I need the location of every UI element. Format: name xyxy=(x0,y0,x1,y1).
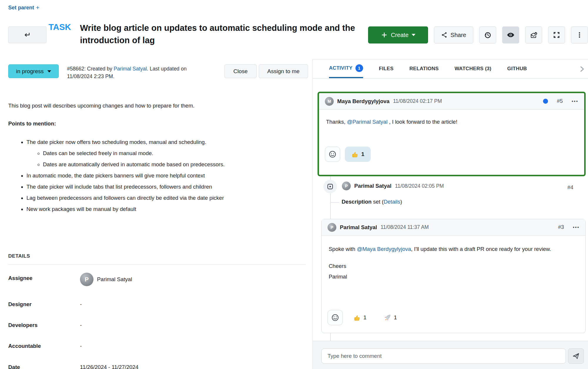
developers-value[interactable]: - xyxy=(80,322,82,328)
share-icon xyxy=(441,32,447,38)
description-sub-bullet: Dates can be selected freely in manual m… xyxy=(43,149,302,157)
description-bullet: The date picker now offers two schedulin… xyxy=(26,138,302,169)
expand-icon xyxy=(553,31,560,39)
tab-relations[interactable]: RELATIONS xyxy=(410,59,439,78)
avatar: P xyxy=(342,182,351,190)
kebab-menu-icon xyxy=(576,31,583,38)
send-icon xyxy=(572,352,580,360)
tab-activity[interactable]: ACTIVITY 1 xyxy=(329,59,363,78)
change-event-icon xyxy=(326,183,334,190)
designer-label: Designer xyxy=(8,301,31,308)
assignee-name: Parimal Satyal xyxy=(97,276,132,283)
activity-count-badge: 1 xyxy=(355,64,363,72)
work-package-type[interactable]: TASK xyxy=(49,22,71,32)
comment-text: Thanks, @Parimal Satyal , I look forward… xyxy=(326,118,577,126)
designer-value[interactable]: - xyxy=(80,301,82,308)
watch-button[interactable] xyxy=(502,26,519,43)
thumbs-up-icon xyxy=(351,151,359,158)
back-button[interactable] xyxy=(8,26,46,43)
reactions-row: 1 xyxy=(325,147,371,162)
status-dropdown[interactable]: in progress xyxy=(8,64,59,78)
set-parent-link[interactable]: Set parent + xyxy=(8,4,39,11)
developers-label: Developers xyxy=(8,322,38,328)
details-divider xyxy=(8,264,306,265)
comment-timestamp: 11/08/2024 11:37 AM xyxy=(381,224,429,230)
comment-menu-button[interactable]: ••• xyxy=(572,99,578,104)
more-options-button[interactable] xyxy=(571,26,588,43)
mark-notifications-read-button[interactable] xyxy=(525,26,542,43)
comment-author: Maya Berdygylyjova xyxy=(337,98,390,105)
share-button-label: Share xyxy=(450,32,466,38)
mention-link[interactable]: @Maya Berdygylyjova xyxy=(357,246,411,252)
reactions-row: 1 1 xyxy=(328,310,399,325)
reaction-count: 1 xyxy=(394,312,397,323)
plus-icon: + xyxy=(36,4,39,11)
comment-input[interactable] xyxy=(321,348,566,364)
smiley-icon xyxy=(328,150,337,158)
comment-menu-button[interactable]: ••• xyxy=(573,225,579,230)
thumbs-up-reaction-chip[interactable]: 1 xyxy=(345,147,371,162)
page-title[interactable]: Write blog article on updates to automat… xyxy=(80,22,364,46)
history-icon xyxy=(484,31,492,39)
comment-header: P Parimal Satyal 11/08/2024 11:37 AM #3 … xyxy=(322,219,585,236)
plus-icon xyxy=(381,31,388,38)
share-button[interactable]: Share xyxy=(434,26,473,43)
back-arrow-icon xyxy=(23,31,32,39)
status-label: in progress xyxy=(16,68,44,75)
description-bullet: New work packages will be manual by defa… xyxy=(26,205,302,213)
close-button[interactable]: Close xyxy=(224,64,257,78)
comment-signoff: CheersParimal xyxy=(329,261,578,282)
chevron-right-icon xyxy=(578,65,586,73)
comment-number: #5 xyxy=(557,98,563,104)
reaction-count: 1 xyxy=(361,150,365,158)
add-reaction-button[interactable] xyxy=(328,310,343,325)
description-bullet: The date picker will include tabs that l… xyxy=(26,183,302,191)
add-reaction-button[interactable] xyxy=(325,147,340,162)
chevron-down-icon xyxy=(47,70,51,73)
description-editable-area[interactable]: This blog post will describes upcoming c… xyxy=(8,102,302,216)
details-heading: DETAILS xyxy=(8,253,30,259)
accountable-label: Accountable xyxy=(8,343,41,349)
reaction-count: 1 xyxy=(363,312,367,323)
event-connector-line xyxy=(330,202,339,203)
tab-watchers[interactable]: WATCHERS (3) xyxy=(455,59,491,78)
comment-author: Parimal Satyal xyxy=(340,224,377,231)
history-button[interactable] xyxy=(479,26,496,43)
assign-to-me-button[interactable]: Assign to me xyxy=(259,64,308,78)
avatar: P xyxy=(328,223,336,232)
avatar: P xyxy=(80,273,93,286)
create-button[interactable]: Create xyxy=(368,26,428,43)
rocket-icon xyxy=(384,314,391,321)
rocket-reaction-chip[interactable]: 1 xyxy=(382,310,399,325)
accountable-value[interactable]: - xyxy=(80,343,82,349)
assignee-value[interactable]: P Parimal Satyal xyxy=(80,273,132,286)
event-number: #4 xyxy=(567,184,573,191)
tab-files[interactable]: FILES xyxy=(379,59,394,78)
work-package-page: Set parent + TASK Write blog article on … xyxy=(0,0,588,369)
chevron-down-icon xyxy=(412,34,415,36)
event-author: Parimal Satyal xyxy=(354,183,392,189)
tabs-scroll-right-button[interactable] xyxy=(578,65,586,73)
creator-link[interactable]: Parimal Satyal xyxy=(114,66,147,72)
smiley-icon xyxy=(331,313,339,322)
event-change-text: Description set (Details) xyxy=(342,199,402,205)
tab-bar: ACTIVITY 1 FILES RELATIONS WATCHERS (3) … xyxy=(313,59,588,78)
pane-divider xyxy=(313,59,313,369)
set-parent-label: Set parent xyxy=(8,5,34,11)
date-label: Date xyxy=(8,364,20,369)
date-value[interactable]: 11/26/2024 - 11/27/2024 xyxy=(80,364,138,369)
change-event-icon-wrap xyxy=(323,180,337,193)
details-link[interactable]: Details xyxy=(384,199,400,205)
tab-github[interactable]: GITHUB xyxy=(507,59,527,78)
assignee-label: Assignee xyxy=(8,275,32,281)
comment-text: Spoke with @Maya Berdygylyjova, I'll upd… xyxy=(329,244,578,254)
fullscreen-button[interactable] xyxy=(548,26,565,43)
description-bullet: Lag between predecessors and followers c… xyxy=(26,194,302,202)
send-comment-button[interactable] xyxy=(568,348,584,364)
thumbs-up-reaction-chip[interactable]: 1 xyxy=(352,310,368,325)
comment-header: M Maya Berdygylyjova 11/08/2024 02:17 PM… xyxy=(319,93,584,110)
comment-3-card: P Parimal Satyal 11/08/2024 11:37 AM #3 … xyxy=(321,219,586,333)
description-sub-bullet: Dates are automatically derived in autom… xyxy=(43,160,302,169)
work-package-meta: #58662: Created by Parimal Satyal. Last … xyxy=(67,65,198,80)
mention-link[interactable]: @Parimal Satyal xyxy=(347,119,387,125)
